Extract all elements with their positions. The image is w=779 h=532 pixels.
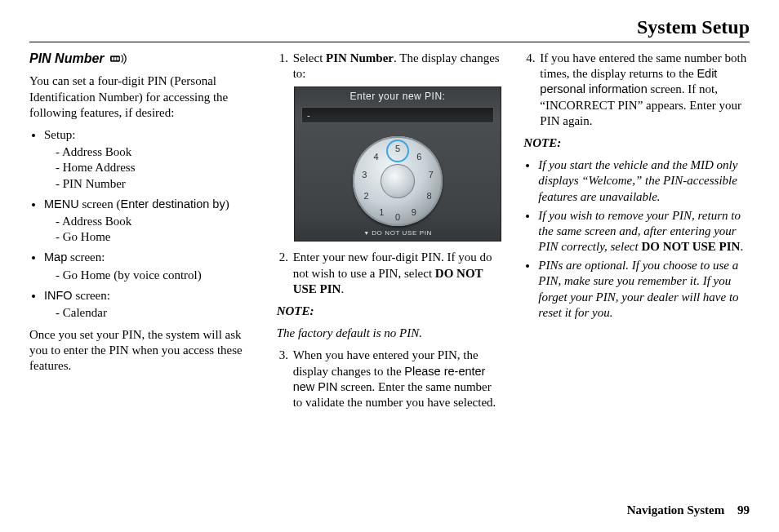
feature-group: INFO screen: Calendar bbox=[44, 288, 256, 321]
manual-page: System Setup PIN Number You can set a f bbox=[0, 0, 779, 532]
note-item: If you start the vehicle and the MID onl… bbox=[538, 157, 750, 205]
column-3: If you have entered the same number both… bbox=[523, 51, 750, 417]
feature-group-list: Setup: Address Book Home Address PIN Num… bbox=[29, 127, 256, 321]
pin-screen-title: Enter your new PIN: bbox=[295, 87, 501, 103]
do-not-use-pin-button: DO NOT USE PIN bbox=[295, 229, 501, 237]
list-item: Address Book bbox=[56, 144, 256, 160]
page-title: System Setup bbox=[29, 16, 750, 42]
pin-entry-screenshot: Enter your new PIN: - 5 6 7 8 9 0 bbox=[294, 86, 501, 242]
outro-paragraph: Once you set your PIN, the system will a… bbox=[29, 327, 256, 375]
dial-number: 0 bbox=[391, 211, 404, 223]
dial-number: 8 bbox=[423, 190, 436, 202]
note-body: The factory default is no PIN. bbox=[277, 326, 503, 341]
list-item: Home Address bbox=[56, 160, 256, 175]
step-1: Select PIN Number. The display changes t… bbox=[292, 51, 503, 242]
column-1: PIN Number You can set a four-digit PIN … bbox=[29, 51, 256, 417]
footer-label: Navigation System bbox=[627, 503, 725, 516]
step-4: If you have entered the same number both… bbox=[538, 51, 750, 129]
dial-number: 3 bbox=[358, 169, 371, 180]
intro-paragraph: You can set a four-digit PIN (Personal I… bbox=[29, 73, 256, 121]
note-item: If you wish to remove your PIN, return t… bbox=[538, 208, 750, 255]
svg-rect-1 bbox=[112, 57, 114, 60]
list-item: Go Home (by voice control) bbox=[56, 268, 256, 283]
dial-number: 1 bbox=[375, 206, 388, 218]
feature-group: MENU screen (Enter destination by) Addre… bbox=[44, 197, 256, 246]
step-2: Enter your new four-digit PIN. If you do… bbox=[292, 250, 503, 297]
dial-number: 5 bbox=[391, 143, 404, 154]
svg-rect-3 bbox=[118, 57, 119, 60]
list-item: Go Home bbox=[56, 229, 256, 245]
note-list: If you start the vehicle and the MID onl… bbox=[523, 157, 750, 321]
step-3: When you have entered your PIN, the disp… bbox=[292, 348, 503, 410]
note-heading: NOTE: bbox=[277, 304, 503, 319]
list-item: Address Book bbox=[56, 214, 256, 229]
dial-number: 4 bbox=[370, 151, 383, 162]
content-columns: PIN Number You can set a four-digit PIN … bbox=[29, 51, 750, 417]
feature-group: Setup: Address Book Home Address PIN Num… bbox=[44, 127, 256, 192]
feature-group: Map screen: Go Home (by voice control) bbox=[44, 250, 256, 282]
page-footer: Navigation System 99 bbox=[627, 503, 750, 517]
column-2: Select PIN Number. The display changes t… bbox=[277, 51, 503, 417]
voice-command-icon bbox=[110, 53, 128, 64]
dial-number: 7 bbox=[425, 169, 438, 180]
number-dial: 5 6 7 8 9 0 1 2 3 4 bbox=[353, 136, 443, 226]
list-item: PIN Number bbox=[56, 176, 256, 192]
section-heading: PIN Number bbox=[29, 51, 105, 65]
note-heading: NOTE: bbox=[523, 135, 750, 151]
dial-number: 6 bbox=[412, 151, 425, 162]
note-item: PINs are optional. If you choose to use … bbox=[538, 258, 750, 321]
pin-input-field: - bbox=[301, 107, 494, 123]
dial-number: 9 bbox=[407, 206, 421, 218]
svg-rect-2 bbox=[114, 57, 116, 60]
dial-number: 2 bbox=[360, 190, 373, 202]
page-number: 99 bbox=[737, 503, 750, 516]
list-item: Calendar bbox=[56, 305, 256, 321]
